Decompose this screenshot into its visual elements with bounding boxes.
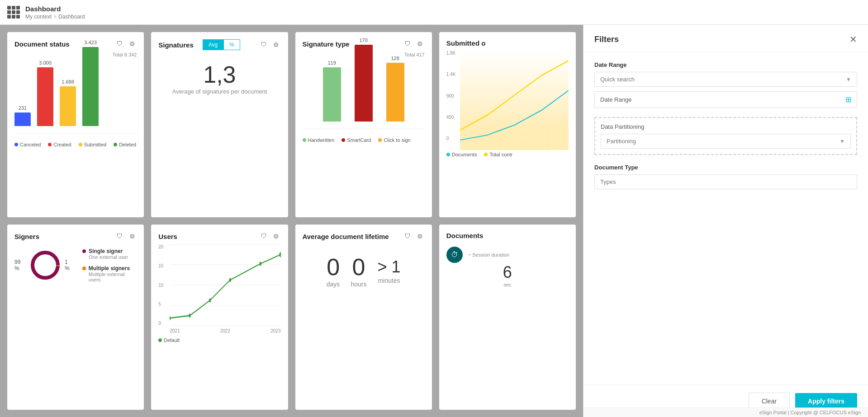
filters-title: Filters — [594, 35, 619, 44]
apply-filters-button[interactable]: Apply filters — [795, 393, 857, 409]
legend-label-canceled: Canceled — [20, 142, 41, 147]
signer-multiple: Multiple signers Multiple external users — [82, 265, 137, 282]
signers-filter-icon[interactable]: ⛉ — [115, 232, 124, 241]
users-filter-icon[interactable]: ⛉ — [259, 232, 268, 241]
filter-doc-type-section: Document Type — [594, 164, 857, 189]
page-title: Dashboard — [25, 5, 85, 13]
sig-settings-icon[interactable]: ⚙ — [272, 40, 281, 49]
filter-icon[interactable]: ⛉ — [115, 39, 124, 48]
sigtype-settings-icon[interactable]: ⚙ — [416, 39, 425, 48]
bar-created — [37, 67, 53, 126]
submitted-card: Submitted o 1.8K 1.4K 900 450 0 — [439, 32, 576, 217]
legend-smartcard: SmartCard — [342, 137, 371, 143]
svg-point-9 — [209, 298, 211, 302]
signers-card: Signers ⛉ ⚙ 99 % — [7, 225, 144, 410]
submitted-chart-svg — [460, 51, 569, 150]
session-label: ~ Session duration — [468, 252, 509, 258]
toggle-pct-btn[interactable]: % — [223, 39, 240, 50]
sig-type-total: Total 417 — [404, 52, 425, 57]
legend-submitted: Submitted — [79, 142, 107, 147]
signer-multiple-name: Multiple signers — [89, 265, 137, 272]
signers-pct-left: 99 % — [14, 259, 26, 272]
svg-point-12 — [280, 252, 281, 257]
sig-toggle: Avg % — [203, 39, 240, 50]
doc-status-card: Document status ⛉ ⚙ Total 8.342 231 — [7, 32, 144, 217]
hours-number: 0 — [351, 255, 366, 279]
y-20: 20 — [158, 244, 167, 249]
filters-body: Date Range ▼ Date Range ⊞ Data Partition… — [583, 52, 868, 385]
signer-single-text: Single signer One external user — [89, 248, 128, 260]
users-settings-icon[interactable]: ⚙ — [272, 232, 281, 241]
sigtype-bar-label-hw: 119 — [327, 60, 336, 66]
topbar: Dashboard My context > Dashboard — [0, 0, 868, 25]
legend-label-deleted: Deleted — [119, 142, 136, 147]
sigtype-bar-label-cts: 128 — [391, 56, 399, 61]
svg-point-11 — [260, 262, 261, 266]
sig-filter-icon[interactable]: ⛉ — [259, 40, 268, 49]
filter-quick-search-row[interactable]: ▼ — [594, 72, 857, 87]
date-range-field-label: Date Range — [600, 96, 842, 103]
bar-clicktosign — [386, 63, 404, 122]
y-label-0: 0 — [446, 136, 456, 141]
partitioning-row[interactable]: ▼ — [601, 134, 851, 149]
bar-canceled — [14, 112, 31, 126]
svg-point-0 — [33, 253, 58, 278]
x-2022: 2022 — [220, 328, 230, 333]
signer-multiple-text: Multiple signers Multiple external users — [89, 265, 137, 282]
types-row[interactable] — [594, 174, 857, 189]
filter-date-range-row[interactable]: Date Range ⊞ — [594, 91, 857, 108]
partitioning-input[interactable] — [607, 138, 836, 145]
legend-handwritten: Handwritten — [303, 137, 335, 143]
filters-close-btn[interactable]: ✕ — [849, 34, 857, 45]
doc-status-icons: ⛉ ⚙ — [115, 39, 137, 48]
y-label-450: 450 — [446, 115, 456, 120]
bar-handwritten — [323, 67, 341, 122]
legend-dot-submitted — [79, 143, 82, 146]
breadcrumb-context[interactable]: My context — [25, 14, 52, 20]
minutes-prefix: > 1 — [377, 259, 400, 275]
y-15: 15 — [158, 263, 167, 268]
doc-unit: sec — [446, 282, 569, 287]
legend-label-hw: Handwritten — [308, 137, 335, 143]
svg-point-7 — [170, 316, 171, 320]
y-label-900: 900 — [446, 94, 456, 98]
y-label-18k: 1.8K — [446, 51, 456, 56]
avg-lifetime-title: Average document lifetime — [303, 233, 389, 240]
legend-dot-docs — [446, 153, 450, 156]
settings-icon[interactable]: ⚙ — [128, 39, 137, 48]
toggle-avg-btn[interactable]: Avg — [203, 39, 223, 50]
signatures-card: Signatures Avg % ⛉ ⚙ 1,3 Average of sign… — [151, 32, 288, 217]
breadcrumb-current: Dashboard — [58, 14, 85, 20]
lifetime-settings-icon[interactable]: ⚙ — [416, 232, 425, 241]
bar-submitted — [60, 86, 76, 126]
svg-point-10 — [229, 278, 231, 282]
minutes-item: > 1 minutes — [377, 259, 400, 284]
bar-label-canceled: 231 — [19, 105, 27, 111]
grid-menu-icon[interactable] — [7, 6, 20, 19]
legend-documents: Documents — [446, 152, 477, 157]
topbar-title-area: Dashboard My context > Dashboard — [25, 5, 85, 20]
submitted-legend-docs: Documents — [452, 152, 477, 157]
y-0: 0 — [158, 321, 167, 326]
filter-doc-type-label: Document Type — [594, 164, 857, 171]
x-2023: 2023 — [270, 328, 280, 333]
sig-avg-number: 1,3 — [158, 63, 280, 86]
legend-label-cts: Click to sign — [384, 137, 410, 143]
signer-single-sub: One external user — [89, 254, 128, 260]
lifetime-filter-icon[interactable]: ⛉ — [403, 232, 412, 241]
data-partitioning-box: Data Partitioning ▼ — [594, 117, 857, 155]
session-icon: ⏱ — [446, 247, 463, 263]
y-label-14k: 1.4K — [446, 72, 456, 77]
calendar-icon[interactable]: ⊞ — [845, 95, 851, 104]
doc-number: 6 — [446, 263, 569, 282]
legend-dot-canceled — [14, 143, 18, 146]
signers-settings-icon[interactable]: ⚙ — [128, 232, 137, 241]
signers-pct-right: 1 % — [65, 259, 73, 272]
x-2021: 2021 — [170, 328, 180, 333]
quick-search-input[interactable] — [600, 76, 842, 83]
dropdown-icon: ▼ — [846, 76, 851, 83]
submitted-title: Submitted o — [446, 39, 486, 47]
types-input[interactable] — [600, 178, 851, 185]
submitted-header: Submitted o — [446, 39, 569, 47]
sigtype-filter-icon[interactable]: ⛉ — [403, 39, 412, 48]
